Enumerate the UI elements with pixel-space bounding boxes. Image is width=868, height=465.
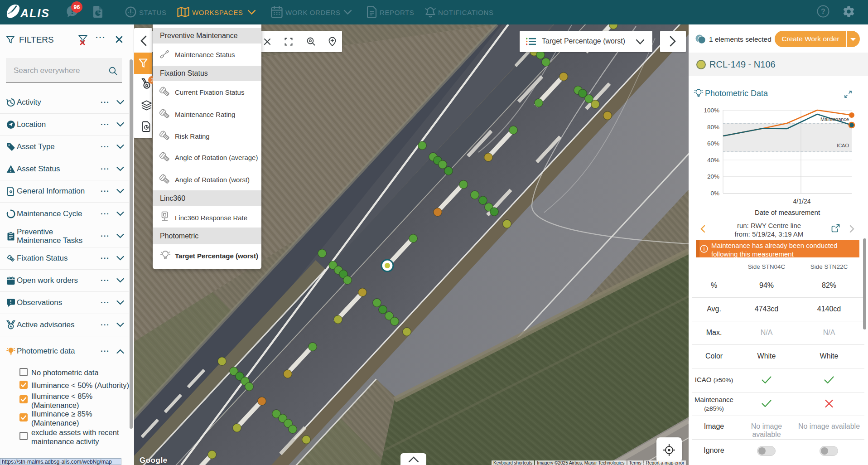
svg-text:60%: 60% [707,140,719,147]
svg-text:ICAO: ICAO [837,143,849,148]
svg-text:ALIS: ALIS [20,7,50,19]
svg-text:0%: 0% [710,190,719,197]
svg-text:20%: 20% [707,173,719,180]
svg-text:4/1/24: 4/1/24 [793,198,811,205]
svg-text:Date of measurement: Date of measurement [755,208,820,216]
svg-text:100%: 100% [704,107,719,114]
svg-text:?: ? [821,8,825,15]
svg-text:Maintenance: Maintenance [820,116,849,122]
svg-text:80%: 80% [707,124,719,131]
svg-text:40%: 40% [707,157,719,164]
